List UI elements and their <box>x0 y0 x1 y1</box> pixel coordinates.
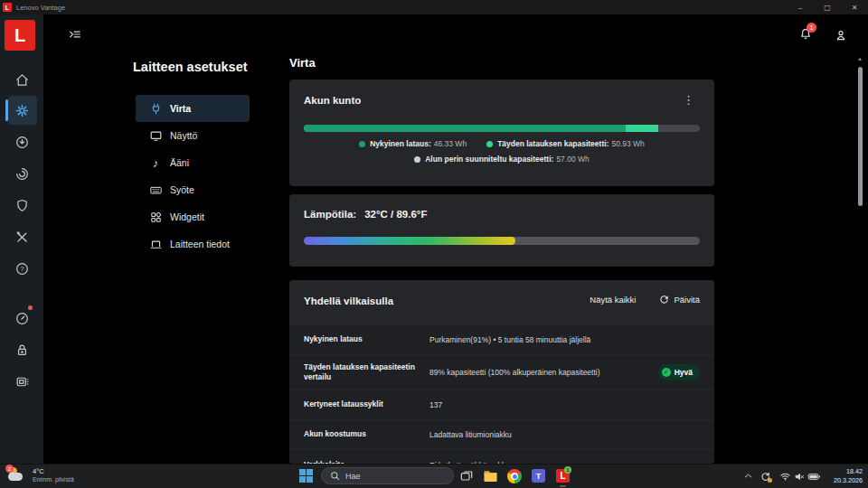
notification-badge: 1 <box>807 23 816 33</box>
nav-rail: L ? <box>0 14 43 464</box>
teams-icon[interactable]: T <box>532 469 545 483</box>
glance-card: Yhdellä vilkaisulla Näytä kaikki Päivitä… <box>289 280 714 464</box>
row-value: 137 <box>429 400 700 409</box>
taskbar-search[interactable] <box>321 467 454 484</box>
sidebar-item-label: Syöte <box>170 184 194 195</box>
row-label: Akun koostumus <box>304 429 429 439</box>
row-value: Purkaminen(91%) • 5 tuntia 58 minuuttia … <box>429 335 700 344</box>
glance-card-title: Yhdellä vilkaisulla <box>304 296 393 306</box>
table-row: Nykyinen lataus Purkaminen(91%) • 5 tunt… <box>289 325 714 354</box>
chrome-icon[interactable] <box>507 469 522 483</box>
device-chip-icon[interactable] <box>11 371 33 392</box>
sidebar-item-aani[interactable]: ♪ Ääni <box>136 149 250 176</box>
scrollbar-thumb[interactable] <box>858 67 863 206</box>
lenovo-logo: L <box>5 20 35 51</box>
legend-value: 46.33 Wh <box>434 139 467 148</box>
search-icon <box>330 471 340 481</box>
sidebar-item-laitteen-tiedot[interactable]: Laitteen tiedot <box>136 230 250 258</box>
page-title: Virta <box>289 56 316 70</box>
tray-time: 18.42 <box>821 467 863 476</box>
battery-bar-current <box>304 125 626 132</box>
file-explorer-icon[interactable] <box>483 469 498 483</box>
taskbar: 2 4°C Enimm. pilvistä T L 1 <box>0 464 868 488</box>
kebab-menu-icon[interactable]: ⋮ <box>683 93 694 107</box>
legend-dot-design <box>414 156 420 163</box>
tray-clock[interactable]: 18.42 20.3.2026 <box>821 467 863 485</box>
maximize-button[interactable]: ▢ <box>814 0 841 14</box>
volume-mute-icon[interactable] <box>794 471 806 483</box>
system-update-icon[interactable] <box>11 131 33 153</box>
table-row: Akun koostumus Ladattava litiumioniakku <box>289 421 714 448</box>
minimize-button[interactable]: – <box>787 0 814 14</box>
legend-dot-full <box>486 141 493 147</box>
gauge-icon[interactable] <box>11 307 33 329</box>
titlebar: L Lenovo Vantage – ▢ ✕ <box>0 0 868 14</box>
update-alert-dot <box>768 478 772 483</box>
sidebar-item-label: Näyttö <box>170 130 197 141</box>
keyboard-icon <box>148 183 163 197</box>
monitor-icon <box>148 129 163 143</box>
sidebar-item-label: Ääni <box>170 157 189 168</box>
account-icon[interactable] <box>834 28 848 42</box>
hardware-tools-icon[interactable] <box>11 226 33 248</box>
status-badge: ✓ Hyvä <box>658 364 700 380</box>
row-value: Ladattava litiumioniakku <box>429 430 700 439</box>
settings-icon[interactable] <box>11 99 33 121</box>
security-shield-icon[interactable] <box>11 194 33 216</box>
refresh-button[interactable]: Päivitä <box>659 295 700 305</box>
weather-temp: 4°C <box>33 467 74 475</box>
collapse-menu-icon[interactable] <box>69 28 81 41</box>
show-all-link[interactable]: Näytä kaikki <box>590 295 636 305</box>
battery-legend-line2: Alun perin suunniteltu kapasiteetti: 57.… <box>289 155 714 164</box>
legend-dot-current <box>359 141 365 147</box>
sidebar-item-virta[interactable]: Virta <box>136 95 250 122</box>
scrollbar-up-arrow[interactable]: ▲ <box>856 56 863 61</box>
sidebar-item-label: Virta <box>170 103 191 114</box>
sidebar-item-label: Laitteen tiedot <box>170 239 230 249</box>
badge-label: Hyvä <box>675 368 693 377</box>
smart-performance-icon[interactable] <box>11 163 33 184</box>
search-input[interactable] <box>345 472 436 481</box>
refresh-label: Päivitä <box>674 295 700 305</box>
home-icon[interactable] <box>11 69 33 90</box>
vantage-running-indicator <box>560 485 566 487</box>
start-button[interactable] <box>299 469 313 483</box>
legend-label: Nykyinen lataus: <box>370 139 431 148</box>
tray-date: 20.3.2026 <box>821 476 863 485</box>
temperature-bar-track <box>304 237 700 245</box>
table-row: Kertyneet lataussyklit 137 <box>289 390 714 419</box>
close-button[interactable]: ✕ <box>841 0 868 14</box>
rail-active-bar <box>5 99 8 121</box>
battery-bar-track <box>304 125 700 132</box>
temperature-card: Lämpötila: 32°C / 89.6°F <box>289 194 714 267</box>
battery-health-card: Akun kunto ⋮ Nykyinen lataus: 46.33 Wh T… <box>289 80 714 186</box>
sidebar-item-widgetit[interactable]: Widgetit <box>136 203 250 230</box>
glance-rows: Nykyinen lataus Purkaminen(91%) • 5 tunt… <box>289 325 714 464</box>
laptop-icon <box>148 238 163 251</box>
weather-badge: 2 <box>5 465 14 473</box>
sidebar-item-syote[interactable]: Syöte <box>136 176 250 203</box>
window-title: Lenovo Vantage <box>16 4 65 12</box>
wifi-icon[interactable] <box>779 471 791 483</box>
privacy-lock-icon[interactable] <box>11 339 33 361</box>
sidebar-item-label: Widgetit <box>170 211 204 222</box>
weather-widget[interactable]: 2 4°C Enimm. pilvistä <box>6 466 74 483</box>
row-label: Nykyinen lataus <box>304 334 429 344</box>
music-note-icon: ♪ <box>148 156 163 170</box>
battery-legend-line1: Nykyinen lataus: 46.33 Wh Täyden latauks… <box>289 139 714 148</box>
vantage-badge: 1 <box>564 466 571 474</box>
tray-chevron-icon[interactable] <box>743 471 753 481</box>
task-view-icon[interactable] <box>459 469 474 483</box>
screen: L Lenovo Vantage – ▢ ✕ L ? <box>0 0 868 488</box>
battery-icon[interactable] <box>807 471 821 483</box>
help-icon[interactable]: ? <box>11 258 33 279</box>
battery-card-title: Akun kunto <box>304 95 361 106</box>
app-icon: L <box>3 3 12 12</box>
sidebar-item-naytto[interactable]: Näyttö <box>136 122 250 149</box>
power-plug-icon <box>148 102 163 116</box>
widgets-icon <box>148 211 163 224</box>
table-row: Verkkolaite Ei kytketty sähköverkkoon <box>289 450 714 464</box>
row-label: Kertyneet lataussyklit <box>304 399 429 409</box>
check-icon: ✓ <box>662 368 671 377</box>
legend-value: 57.00 Wh <box>556 155 589 164</box>
